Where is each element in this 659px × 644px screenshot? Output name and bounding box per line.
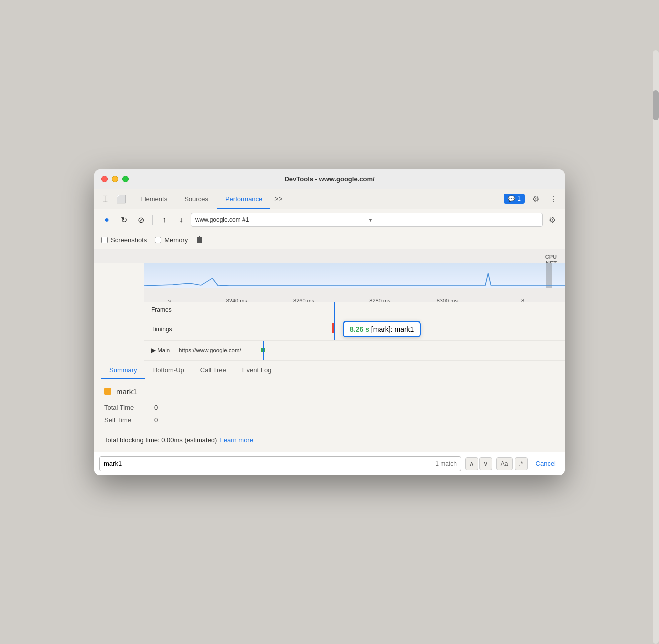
search-options: Aa .* xyxy=(496,457,528,470)
self-time-row: Self Time 0 xyxy=(104,416,555,424)
window-title: DevTools - www.google.com/ xyxy=(284,175,374,183)
mark-header: mark1 xyxy=(104,387,555,396)
tab-performance[interactable]: Performance xyxy=(217,189,270,209)
search-nav: ∧ ∨ xyxy=(465,457,492,470)
mark-time: 8.26 s xyxy=(350,325,369,333)
search-match-count: 1 match xyxy=(435,460,457,467)
download-button[interactable]: ↓ xyxy=(174,212,189,227)
analysis-tabs: Summary Bottom-Up Call Tree Event Log xyxy=(94,361,565,379)
fullscreen-button[interactable] xyxy=(122,176,129,182)
mark-name-label: mark1 xyxy=(116,387,137,396)
summary-content: mark1 Total Time 0 Self Time 0 Total blo… xyxy=(94,379,565,452)
zoomed-timeline: s 8240 ms 8260 ms 8280 ms 8300 ms 8 Fram… xyxy=(94,288,565,361)
badge-count: 1 xyxy=(517,195,521,202)
cpu-label: CPU xyxy=(545,254,557,260)
blocking-time-row: Total blocking time: 0.00ms (estimated) … xyxy=(104,436,555,444)
total-time-label: Total Time xyxy=(104,404,154,411)
total-time-row: Total Time 0 xyxy=(104,404,555,411)
regex-btn[interactable]: .* xyxy=(515,457,528,470)
mark-tooltip: 8.26 s [mark]: mark1 xyxy=(343,321,421,337)
record-button[interactable]: ● xyxy=(99,212,114,227)
tabs-right-actions: 💬 1 ⚙ ⋮ xyxy=(504,192,561,206)
separator xyxy=(104,430,555,430)
timings-cursor xyxy=(334,318,335,340)
zoom-ruler: s 8240 ms 8260 ms 8280 ms 8300 ms 8 xyxy=(144,288,565,302)
bottom-panel: Summary Bottom-Up Call Tree Event Log ma… xyxy=(94,361,565,475)
main-cursor xyxy=(263,341,264,360)
url-bar[interactable]: www.google.com #1 ▼ xyxy=(191,213,543,227)
screenshots-label: Screenshots xyxy=(111,236,147,244)
main-tabs-list: Elements Sources Performance xyxy=(132,189,270,209)
performance-toolbar: ● ↻ ⊘ ↑ ↓ www.google.com #1 ▼ ⚙ xyxy=(94,209,565,231)
devtools-tabs-bar: ⌶ ⬜ Elements Sources Performance >> 💬 1 … xyxy=(94,189,565,209)
search-next-btn[interactable]: ∨ xyxy=(479,457,492,470)
time-ruler: 2000 ms 4000 ms 6000 ms 8000 ms 10000 ms… xyxy=(94,249,565,263)
search-cancel-btn[interactable]: Cancel xyxy=(532,460,560,467)
memory-option[interactable]: Memory xyxy=(155,236,188,244)
tab-bottom-up[interactable]: Bottom-Up xyxy=(145,361,192,379)
self-time-label: Self Time xyxy=(104,416,154,424)
mark-color-indicator xyxy=(104,388,111,395)
refresh-button[interactable]: ↻ xyxy=(116,212,131,227)
mini-chart[interactable] xyxy=(94,263,565,288)
tab-call-tree[interactable]: Call Tree xyxy=(192,361,234,379)
more-options-icon[interactable]: ⋮ xyxy=(547,192,561,206)
close-button[interactable] xyxy=(101,176,108,182)
timings-track: Timings 8.26 s [mark]: mark1 xyxy=(144,318,565,341)
screenshots-checkbox[interactable] xyxy=(101,237,108,243)
traffic-lights xyxy=(101,176,129,182)
tabs-overflow-btn[interactable]: >> xyxy=(270,195,286,203)
frames-content xyxy=(194,302,565,318)
device-icon[interactable]: ⬜ xyxy=(114,192,128,206)
main-track: ▶ Main — https://www.google.com/ xyxy=(144,341,565,361)
timeline-cursor xyxy=(334,302,335,318)
devtools-window: DevTools - www.google.com/ ⌶ ⬜ Elements … xyxy=(94,169,565,475)
mark-label-value: [mark]: mark1 xyxy=(371,325,414,333)
total-time-value: 0 xyxy=(154,404,158,411)
frames-label: Frames xyxy=(144,306,194,313)
search-bar: 1 match ∧ ∨ Aa .* Cancel xyxy=(94,452,565,475)
clear-button[interactable]: ⊘ xyxy=(133,212,148,227)
memory-checkbox[interactable] xyxy=(155,237,161,243)
self-time-value: 0 xyxy=(154,416,158,424)
options-row: Screenshots Memory 🗑 xyxy=(94,231,565,249)
cursor-icon[interactable]: ⌶ xyxy=(98,192,112,206)
tab-summary[interactable]: Summary xyxy=(101,361,145,379)
match-case-btn[interactable]: Aa xyxy=(496,457,513,470)
memory-label: Memory xyxy=(164,236,188,244)
main-label: ▶ Main — https://www.google.com/ xyxy=(144,347,244,354)
settings-icon[interactable]: ⚙ xyxy=(529,192,543,206)
search-prev-btn[interactable]: ∧ xyxy=(465,457,478,470)
tab-sources[interactable]: Sources xyxy=(176,189,216,209)
url-value: www.google.com #1 xyxy=(195,216,366,223)
minimize-button[interactable] xyxy=(112,176,118,182)
learn-more-link[interactable]: Learn more xyxy=(220,436,253,444)
toolbar-settings-btn[interactable]: ⚙ xyxy=(545,212,560,227)
chat-icon: 💬 xyxy=(508,195,515,202)
search-input[interactable] xyxy=(104,460,435,467)
tab-icon-group: ⌶ ⬜ xyxy=(98,192,128,206)
url-dropdown-arrow: ▼ xyxy=(368,217,539,223)
screenshots-option[interactable]: Screenshots xyxy=(101,236,147,244)
tab-event-log[interactable]: Event Log xyxy=(234,361,280,379)
search-input-wrapper: 1 match xyxy=(99,456,461,471)
frames-track: Frames xyxy=(144,302,565,318)
timings-content: 8.26 s [mark]: mark1 xyxy=(194,318,565,340)
upload-button[interactable]: ↑ xyxy=(157,212,172,227)
main-content xyxy=(244,341,565,360)
timeline-area: 2000 ms 4000 ms 6000 ms 8000 ms 10000 ms… xyxy=(94,249,565,361)
toolbar-divider-1 xyxy=(152,215,153,225)
tab-elements[interactable]: Elements xyxy=(132,189,175,209)
title-bar: DevTools - www.google.com/ xyxy=(94,169,565,189)
blocking-time-text: Total blocking time: 0.00ms (estimated) xyxy=(104,436,217,444)
timings-label: Timings xyxy=(144,326,194,333)
clear-recordings-button[interactable]: 🗑 xyxy=(196,235,204,244)
notifications-badge[interactable]: 💬 1 xyxy=(504,194,525,204)
